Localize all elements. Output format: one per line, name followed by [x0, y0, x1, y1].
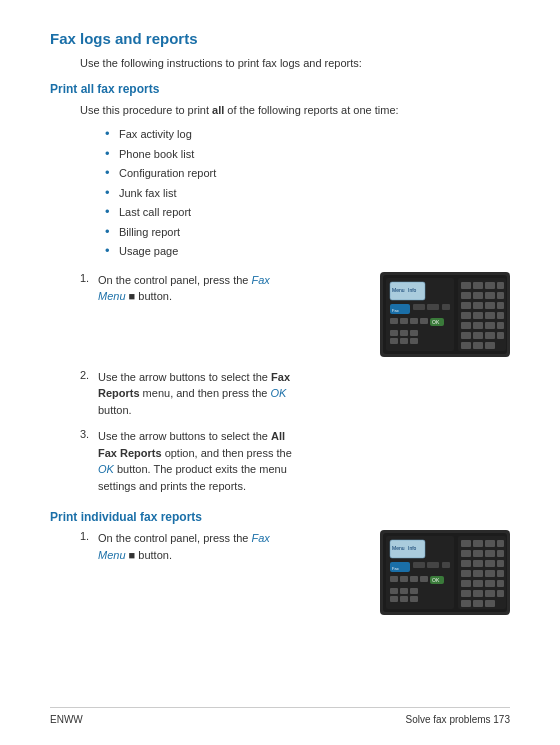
step-ind-1-num: 1.	[80, 530, 98, 563]
svg-rect-43	[497, 322, 504, 329]
svg-rect-45	[473, 332, 483, 339]
intro-text: Use the following instructions to print …	[80, 55, 510, 72]
svg-rect-89	[485, 570, 495, 577]
svg-rect-36	[461, 312, 471, 319]
svg-text:OK: OK	[432, 319, 440, 325]
ok-link-1: OK	[270, 387, 286, 399]
svg-rect-26	[485, 282, 495, 289]
svg-rect-90	[497, 570, 504, 577]
svg-rect-73	[410, 596, 418, 602]
svg-rect-8	[413, 304, 425, 310]
svg-rect-40	[461, 322, 471, 329]
step-ind-1-left: 1. On the control panel, press the Fax M…	[80, 530, 360, 563]
svg-rect-25	[473, 282, 483, 289]
svg-rect-28	[461, 292, 471, 299]
step-2-container: 2. Use the arrow buttons to select the F…	[80, 369, 510, 495]
page: Fax logs and reports Use the following i…	[0, 0, 560, 745]
svg-rect-87	[461, 570, 471, 577]
svg-rect-59	[413, 562, 425, 568]
list-item: Last call report	[105, 204, 510, 221]
svg-text:Menu: Menu	[392, 545, 405, 551]
svg-rect-10	[442, 304, 450, 310]
svg-rect-29	[473, 292, 483, 299]
svg-rect-63	[400, 576, 408, 582]
svg-rect-22	[410, 338, 418, 344]
svg-text:Fax: Fax	[392, 308, 399, 313]
svg-rect-81	[485, 550, 495, 557]
svg-rect-11	[390, 318, 398, 324]
svg-rect-88	[473, 570, 483, 577]
svg-text:Info: Info	[408, 287, 417, 293]
svg-rect-80	[473, 550, 483, 557]
svg-rect-72	[400, 596, 408, 602]
fax-menu-link-2: Fax Menu	[98, 532, 270, 561]
svg-rect-82	[497, 550, 504, 557]
svg-rect-65	[420, 576, 428, 582]
svg-rect-61	[442, 562, 450, 568]
svg-rect-68	[390, 588, 398, 594]
svg-rect-94	[497, 580, 504, 587]
svg-rect-92	[473, 580, 483, 587]
svg-rect-37	[473, 312, 483, 319]
svg-rect-93	[485, 580, 495, 587]
svg-rect-49	[473, 342, 483, 349]
svg-text:OK: OK	[432, 577, 440, 583]
bullet-list: Fax activity log Phone book list Configu…	[105, 126, 510, 260]
svg-rect-46	[485, 332, 495, 339]
list-item: Usage page	[105, 243, 510, 260]
svg-rect-69	[400, 588, 408, 594]
svg-rect-64	[410, 576, 418, 582]
subsection2-title: Print individual fax reports	[50, 510, 510, 524]
fax-device-image-1: Menu Info Fax OK	[380, 272, 510, 359]
subsection1-intro: Use this procedure to print all of the f…	[80, 102, 510, 119]
footer-left: ENWW	[50, 714, 83, 725]
svg-rect-101	[485, 600, 495, 607]
step-3: 3. Use the arrow buttons to select the A…	[80, 428, 510, 494]
svg-rect-98	[497, 590, 504, 597]
svg-rect-30	[485, 292, 495, 299]
svg-rect-79	[461, 550, 471, 557]
list-item: Configuration report	[105, 165, 510, 182]
svg-text:Menu: Menu	[392, 287, 405, 293]
step-1-num: 1.	[80, 272, 98, 305]
svg-rect-9	[427, 304, 439, 310]
svg-rect-60	[427, 562, 439, 568]
svg-rect-38	[485, 312, 495, 319]
step-2-num: 2.	[80, 369, 98, 419]
svg-rect-75	[461, 540, 471, 547]
list-item: Junk fax list	[105, 185, 510, 202]
list-item: Billing report	[105, 224, 510, 241]
svg-rect-31	[497, 292, 504, 299]
svg-text:Info: Info	[408, 545, 417, 551]
svg-rect-77	[485, 540, 495, 547]
svg-rect-41	[473, 322, 483, 329]
svg-rect-35	[497, 302, 504, 309]
svg-rect-39	[497, 312, 504, 319]
svg-rect-62	[390, 576, 398, 582]
svg-rect-21	[400, 338, 408, 344]
step-1-container: 1. On the control panel, press the Fax M…	[80, 272, 510, 359]
svg-rect-24	[461, 282, 471, 289]
fax-device-image-2: Menu Info Fax OK	[380, 530, 510, 617]
svg-rect-84	[473, 560, 483, 567]
step-2-content: Use the arrow buttons to select the Fax …	[98, 369, 298, 419]
svg-rect-95	[461, 590, 471, 597]
svg-rect-34	[485, 302, 495, 309]
svg-rect-44	[461, 332, 471, 339]
footer-right: Solve fax problems 173	[405, 714, 510, 725]
svg-rect-76	[473, 540, 483, 547]
step-ind-1-content: On the control panel, press the Fax Menu…	[98, 530, 298, 563]
svg-rect-78	[497, 540, 504, 547]
step-3-content: Use the arrow buttons to select the All …	[98, 428, 298, 494]
fax-menu-link-1: Fax Menu	[98, 274, 270, 303]
svg-rect-100	[473, 600, 483, 607]
svg-rect-33	[473, 302, 483, 309]
svg-rect-50	[485, 342, 495, 349]
svg-rect-13	[410, 318, 418, 324]
section-title: Fax logs and reports	[50, 30, 510, 47]
svg-rect-83	[461, 560, 471, 567]
svg-rect-20	[390, 338, 398, 344]
svg-rect-18	[400, 330, 408, 336]
svg-rect-91	[461, 580, 471, 587]
svg-rect-85	[485, 560, 495, 567]
